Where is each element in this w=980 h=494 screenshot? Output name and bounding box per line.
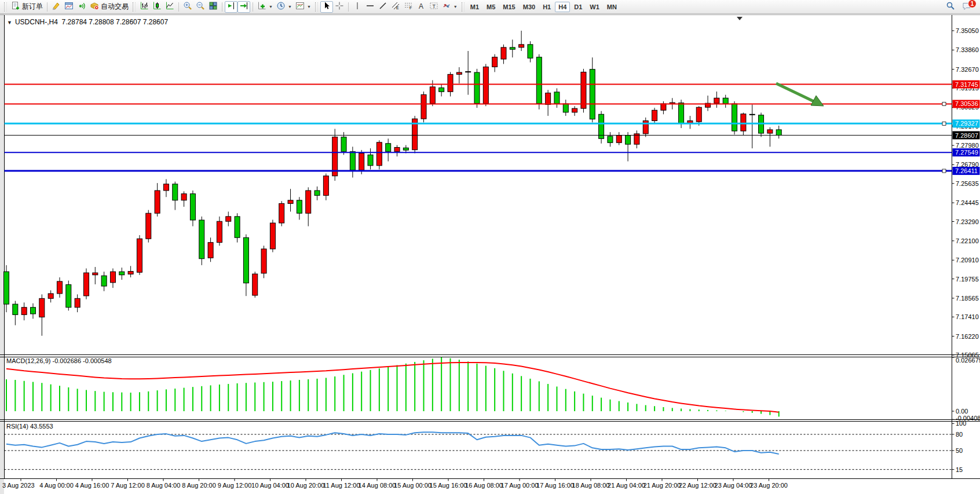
line-chart-icon xyxy=(165,1,174,12)
candle-body xyxy=(581,72,586,108)
time-tick-label: 11 Aug 12:00 xyxy=(323,482,360,489)
chevron-down-icon: ▼ xyxy=(307,5,311,9)
auto-scroll-icon xyxy=(239,1,248,12)
chart-area[interactable]: 7.350507.338607.326707.315157.303257.291… xyxy=(0,0,980,494)
candle-body xyxy=(359,153,364,170)
candle-body xyxy=(57,281,62,294)
timeframe-button-M15[interactable]: M15 xyxy=(499,2,518,12)
periods-button[interactable]: ▼ xyxy=(275,1,294,13)
price-tick-label: 7.22100 xyxy=(956,237,979,244)
chart-window-icon xyxy=(64,1,74,12)
zoom-out-icon xyxy=(196,1,205,12)
templates-button[interactable]: ▼ xyxy=(294,1,313,13)
clock-icon xyxy=(276,1,286,12)
cursor-tool-button[interactable] xyxy=(320,1,333,13)
svg-text:T: T xyxy=(432,3,436,9)
tile-windows-button[interactable] xyxy=(207,1,220,13)
candle-body xyxy=(253,274,258,295)
crayon-tool-button[interactable] xyxy=(50,1,63,13)
candle-body xyxy=(350,152,355,170)
bar-chart-mode-button[interactable] xyxy=(138,1,151,13)
ohlc-values: 7.28784 7.28808 7.28607 7.28607 xyxy=(62,18,169,26)
time-tick-label: 18 Aug 08:00 xyxy=(572,482,610,489)
rsi-tick-label: 15 xyxy=(956,466,963,473)
price-badge-label: 7.30536 xyxy=(955,100,978,107)
level-handle[interactable] xyxy=(942,122,946,125)
crosshair-tool-button[interactable] xyxy=(333,1,346,13)
candle-body xyxy=(226,217,231,221)
candle-body xyxy=(261,249,266,273)
timeframe-button-MN[interactable]: MN xyxy=(604,2,620,12)
vertical-line-icon xyxy=(353,1,362,12)
timeframe-button-M1[interactable]: M1 xyxy=(467,2,482,12)
zoom-out-button[interactable] xyxy=(194,1,207,13)
time-tick-label: 23 Aug 20:00 xyxy=(750,482,788,489)
candle-body xyxy=(181,194,187,200)
candle-body xyxy=(626,136,631,144)
zoom-in-icon xyxy=(183,1,192,12)
candle-body xyxy=(376,142,382,166)
toolbar-separator xyxy=(47,2,47,12)
channel-icon: E xyxy=(391,1,400,12)
candle-body xyxy=(741,114,746,131)
signal-button[interactable] xyxy=(75,1,88,13)
equidistant-channel-tool-button[interactable]: E xyxy=(389,1,402,13)
price-tick-label: 7.16220 xyxy=(956,333,979,340)
candlestick-mode-button[interactable] xyxy=(151,1,163,13)
candle-body xyxy=(546,93,551,105)
line-chart-mode-button[interactable] xyxy=(163,1,176,13)
zoom-in-button[interactable] xyxy=(181,1,194,13)
chat-button[interactable]: 1 xyxy=(960,1,974,13)
search-icon xyxy=(946,1,955,12)
rsi-tick-label: 100 xyxy=(956,420,966,427)
time-tick-label: 9 Aug 12:00 xyxy=(218,482,252,489)
text-tool-button[interactable]: A xyxy=(415,1,427,13)
level-handle[interactable] xyxy=(942,102,946,105)
time-tick-label: 4 Aug 16:00 xyxy=(75,482,109,489)
svg-text:E: E xyxy=(396,6,399,10)
chart-shift-button[interactable] xyxy=(225,1,237,13)
crayon-icon xyxy=(52,1,61,12)
candle-body xyxy=(394,147,400,151)
svg-text:F: F xyxy=(409,6,412,10)
timeframe-button-M5[interactable]: M5 xyxy=(483,2,499,12)
chart-title-expander-icon[interactable]: ▼ xyxy=(7,20,12,25)
auto-scroll-button[interactable] xyxy=(237,1,250,13)
candle-body xyxy=(83,273,89,296)
arrows-tool-button[interactable]: ▼ xyxy=(440,1,459,13)
price-tick-label: 7.20910 xyxy=(956,257,979,264)
new-order-button[interactable]: 新订单 xyxy=(9,1,45,13)
search-button[interactable] xyxy=(944,1,957,13)
autotrading-button[interactable]: 自动交易 xyxy=(88,1,130,13)
fibonacci-tool-button[interactable]: F xyxy=(402,1,415,13)
vertical-line-tool-button[interactable] xyxy=(351,1,364,13)
rsi-tick-label: 50 xyxy=(956,447,963,454)
timeframe-button-D1[interactable]: D1 xyxy=(571,2,586,12)
price-tick-label: 7.25635 xyxy=(956,180,979,187)
text-label-tool-button[interactable]: T xyxy=(427,1,440,13)
timeframe-button-M30[interactable]: M30 xyxy=(520,2,539,12)
timeframe-button-H1[interactable]: H1 xyxy=(539,2,554,12)
time-tick-label: 16 Aug 08:00 xyxy=(465,482,503,489)
candle-body xyxy=(128,272,133,275)
chart-window-button[interactable] xyxy=(63,1,75,13)
timeframe-button-H4[interactable]: H4 xyxy=(555,2,570,12)
time-tick-label: 3 Aug 2023 xyxy=(2,482,35,489)
level-handle[interactable] xyxy=(942,169,946,173)
time-tick-label: 23 Aug 04:00 xyxy=(715,482,752,489)
candle-body xyxy=(66,285,71,308)
time-tick-label: 8 Aug 20:00 xyxy=(182,482,216,489)
candle-body xyxy=(146,213,151,239)
chart-shift-icon xyxy=(226,1,236,12)
price-tick-label: 7.23290 xyxy=(956,218,979,225)
candle-body xyxy=(190,194,195,220)
candle-body xyxy=(279,203,284,223)
price-badge-label: 7.28607 xyxy=(955,132,978,139)
indicators-button[interactable]: ▼ xyxy=(255,1,275,13)
candle-body xyxy=(341,137,346,152)
horizontal-line-tool-button[interactable] xyxy=(364,1,376,13)
trendline-tool-button[interactable] xyxy=(376,1,389,13)
timeframe-button-W1[interactable]: W1 xyxy=(586,2,603,12)
candle-body xyxy=(306,191,311,213)
time-tick-label: 4 Aug 00:00 xyxy=(39,482,74,489)
